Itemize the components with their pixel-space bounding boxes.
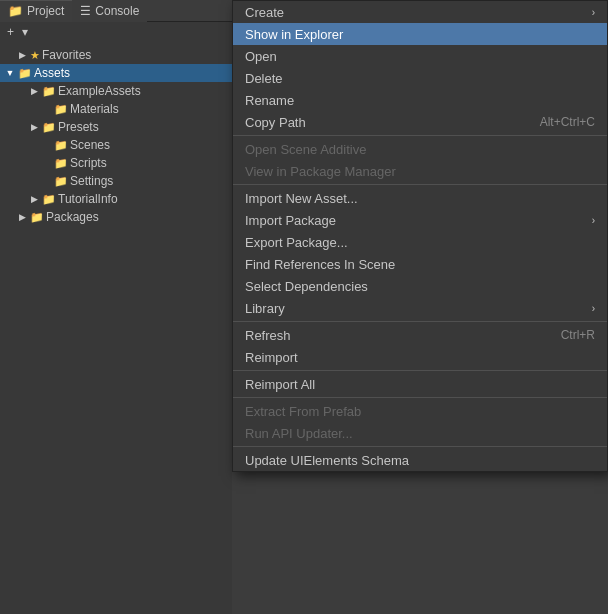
menu-item-rename[interactable]: Rename xyxy=(233,89,607,111)
materials-icon: 📁 xyxy=(54,103,68,115)
scenes-label: Scenes xyxy=(70,138,110,152)
menu-item-import-package[interactable]: Import Package › xyxy=(233,209,607,231)
menu-item-update-uielements-label: Update UIElements Schema xyxy=(245,453,409,468)
exampleassets-label: ExampleAssets xyxy=(58,84,141,98)
menu-item-find-references[interactable]: Find References In Scene xyxy=(233,253,607,275)
menu-item-import-package-label: Import Package xyxy=(245,213,336,228)
context-menu: Create › Show in Explorer Open Delete Re… xyxy=(232,0,608,472)
tree-item-tutorialinfo[interactable]: ▶ 📁 TutorialInfo xyxy=(0,190,240,208)
menu-item-reimport[interactable]: Reimport xyxy=(233,346,607,368)
menu-item-create-arrow: › xyxy=(592,7,595,18)
project-toolbar: + ▾ xyxy=(0,22,240,42)
menu-item-view-package-manager: View in Package Manager xyxy=(233,160,607,182)
menu-item-refresh-label: Refresh xyxy=(245,328,291,343)
separator-2 xyxy=(233,184,607,185)
separator-4 xyxy=(233,370,607,371)
menu-item-extract-prefab: Extract From Prefab xyxy=(233,400,607,422)
scenes-icon: 📁 xyxy=(54,139,68,151)
tutorialinfo-label: TutorialInfo xyxy=(58,192,118,206)
settings-icon: 📁 xyxy=(54,175,68,187)
menu-item-show-explorer-label: Show in Explorer xyxy=(245,27,343,42)
console-tab-icon: ☰ xyxy=(80,4,91,18)
materials-label: Materials xyxy=(70,102,119,116)
menu-item-copy-path[interactable]: Copy Path Alt+Ctrl+C xyxy=(233,111,607,133)
add-dropdown[interactable]: ▾ xyxy=(19,25,31,39)
menu-item-delete[interactable]: Delete xyxy=(233,67,607,89)
menu-item-reimport-all[interactable]: Reimport All xyxy=(233,373,607,395)
menu-item-export-package-label: Export Package... xyxy=(245,235,348,250)
tree-item-packages[interactable]: ▶ 📁 Packages xyxy=(0,208,240,226)
menu-item-create-label: Create xyxy=(245,5,284,20)
scenes-arrow xyxy=(40,139,52,151)
menu-item-reimport-all-label: Reimport All xyxy=(245,377,315,392)
menu-item-import-package-arrow: › xyxy=(592,215,595,226)
project-tab-label: Project xyxy=(27,4,64,18)
packages-icon: 📁 xyxy=(30,211,44,223)
tree-item-favorites[interactable]: ▶ ★ Favorites xyxy=(0,46,240,64)
menu-item-open-label: Open xyxy=(245,49,277,64)
menu-item-import-new-asset-label: Import New Asset... xyxy=(245,191,358,206)
menu-item-copy-path-shortcut: Alt+Ctrl+C xyxy=(540,115,595,129)
menu-item-delete-label: Delete xyxy=(245,71,283,86)
menu-item-refresh-shortcut: Ctrl+R xyxy=(561,328,595,342)
project-tree: ▶ ★ Favorites ▼ 📁 Assets ▶ 📁 ExampleAsse… xyxy=(0,42,240,226)
menu-item-run-api-updater-label: Run API Updater... xyxy=(245,426,353,441)
tab-project[interactable]: 📁 Project xyxy=(0,0,72,22)
tree-item-presets[interactable]: ▶ 📁 Presets xyxy=(0,118,240,136)
scripts-label: Scripts xyxy=(70,156,107,170)
assets-arrow: ▼ xyxy=(4,67,16,79)
separator-6 xyxy=(233,446,607,447)
assets-label: Assets xyxy=(34,66,70,80)
menu-item-open[interactable]: Open xyxy=(233,45,607,67)
menu-item-view-package-manager-label: View in Package Manager xyxy=(245,164,396,179)
exampleassets-icon: 📁 xyxy=(42,85,56,97)
favorites-label: Favorites xyxy=(42,48,91,62)
menu-item-find-references-label: Find References In Scene xyxy=(245,257,395,272)
assets-folder-icon: 📁 xyxy=(18,67,32,79)
menu-item-copy-path-label: Copy Path xyxy=(245,115,306,130)
separator-5 xyxy=(233,397,607,398)
menu-item-show-explorer[interactable]: Show in Explorer xyxy=(233,23,607,45)
settings-label: Settings xyxy=(70,174,113,188)
presets-icon: 📁 xyxy=(42,121,56,133)
project-tab-icon: 📁 xyxy=(8,4,23,18)
separator-1 xyxy=(233,135,607,136)
exampleassets-arrow: ▶ xyxy=(28,85,40,97)
presets-arrow: ▶ xyxy=(28,121,40,133)
menu-item-library-label: Library xyxy=(245,301,285,316)
console-tab-label: Console xyxy=(95,4,139,18)
settings-arrow xyxy=(40,175,52,187)
star-icon: ★ xyxy=(30,49,40,62)
menu-item-import-new-asset[interactable]: Import New Asset... xyxy=(233,187,607,209)
materials-arrow xyxy=(40,103,52,115)
menu-item-update-uielements[interactable]: Update UIElements Schema xyxy=(233,449,607,471)
tree-item-settings[interactable]: 📁 Settings xyxy=(0,172,240,190)
menu-item-extract-prefab-label: Extract From Prefab xyxy=(245,404,361,419)
menu-item-select-dependencies-label: Select Dependencies xyxy=(245,279,368,294)
tree-item-assets[interactable]: ▼ 📁 Assets xyxy=(0,64,240,82)
menu-item-library[interactable]: Library › xyxy=(233,297,607,319)
presets-label: Presets xyxy=(58,120,99,134)
menu-item-open-scene-additive-label: Open Scene Additive xyxy=(245,142,366,157)
menu-item-rename-label: Rename xyxy=(245,93,294,108)
menu-item-create[interactable]: Create › xyxy=(233,1,607,23)
tree-item-exampleassets[interactable]: ▶ 📁 ExampleAssets xyxy=(0,82,240,100)
scripts-icon: 📁 xyxy=(54,157,68,169)
menu-item-open-scene-additive: Open Scene Additive xyxy=(233,138,607,160)
separator-3 xyxy=(233,321,607,322)
project-panel: 📁 Project ☰ Console + ▾ ▶ ★ Favorites ▼ … xyxy=(0,0,240,614)
menu-item-library-arrow: › xyxy=(592,303,595,314)
menu-item-select-dependencies[interactable]: Select Dependencies xyxy=(233,275,607,297)
menu-item-run-api-updater: Run API Updater... xyxy=(233,422,607,444)
tutorialinfo-arrow: ▶ xyxy=(28,193,40,205)
tab-console[interactable]: ☰ Console xyxy=(72,0,147,22)
menu-item-export-package[interactable]: Export Package... xyxy=(233,231,607,253)
tree-item-scripts[interactable]: 📁 Scripts xyxy=(0,154,240,172)
menu-item-reimport-label: Reimport xyxy=(245,350,298,365)
add-button[interactable]: + xyxy=(4,25,17,39)
menu-item-refresh[interactable]: Refresh Ctrl+R xyxy=(233,324,607,346)
packages-label: Packages xyxy=(46,210,99,224)
favorites-arrow: ▶ xyxy=(16,49,28,61)
tree-item-materials[interactable]: 📁 Materials xyxy=(0,100,240,118)
tree-item-scenes[interactable]: 📁 Scenes xyxy=(0,136,240,154)
